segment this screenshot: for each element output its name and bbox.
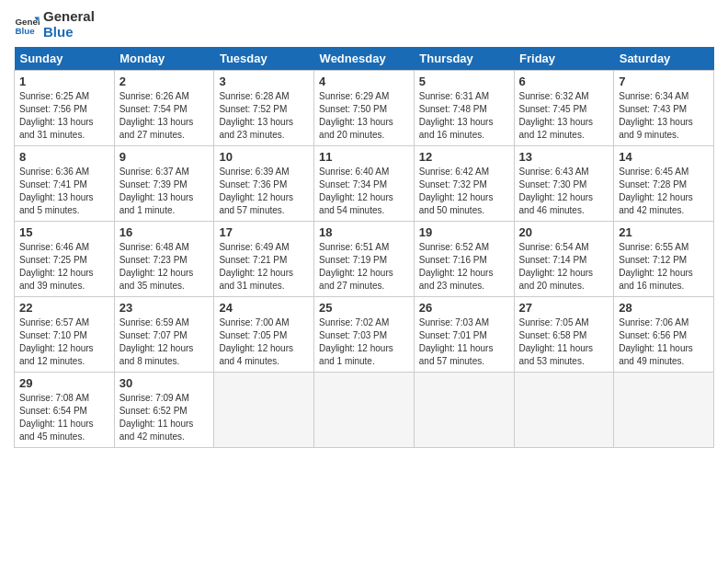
day-info: Sunrise: 7:09 AMSunset: 6:52 PMDaylight:… (119, 392, 210, 443)
calendar-cell: 12Sunrise: 6:42 AMSunset: 7:32 PMDayligh… (414, 146, 514, 222)
calendar-row: 15Sunrise: 6:46 AMSunset: 7:25 PMDayligh… (15, 222, 714, 297)
logo: General Blue General Blue (14, 9, 95, 40)
day-info: Sunrise: 6:34 AMSunset: 7:43 PMDaylight:… (619, 90, 709, 142)
calendar-row: 29Sunrise: 7:08 AMSunset: 6:54 PMDayligh… (15, 373, 714, 448)
calendar-cell (314, 373, 415, 448)
calendar-cell (414, 373, 514, 448)
calendar-cell: 19Sunrise: 6:52 AMSunset: 7:16 PMDayligh… (414, 222, 514, 297)
calendar-cell: 25Sunrise: 7:02 AMSunset: 7:03 PMDayligh… (314, 297, 415, 373)
day-info: Sunrise: 6:32 AMSunset: 7:45 PMDaylight:… (519, 90, 609, 142)
col-saturday: Saturday (614, 47, 714, 71)
calendar-cell: 8Sunrise: 6:36 AMSunset: 7:41 PMDaylight… (15, 146, 115, 222)
calendar-cell: 22Sunrise: 6:57 AMSunset: 7:10 PMDayligh… (15, 297, 115, 373)
calendar-cell: 14Sunrise: 6:45 AMSunset: 7:28 PMDayligh… (614, 146, 714, 222)
day-info: Sunrise: 6:36 AMSunset: 7:41 PMDaylight:… (19, 166, 109, 217)
calendar-row: 1Sunrise: 6:25 AMSunset: 7:56 PMDaylight… (15, 71, 714, 146)
day-info: Sunrise: 6:26 AMSunset: 7:54 PMDaylight:… (119, 90, 210, 142)
calendar-cell: 9Sunrise: 6:37 AMSunset: 7:39 PMDaylight… (114, 146, 214, 222)
calendar-cell: 24Sunrise: 7:00 AMSunset: 7:05 PMDayligh… (214, 297, 314, 373)
day-number: 16 (119, 225, 210, 239)
day-number: 17 (219, 225, 309, 239)
day-number: 4 (319, 75, 409, 88)
day-info: Sunrise: 6:57 AMSunset: 7:10 PMDaylight:… (19, 316, 109, 368)
day-number: 19 (419, 225, 509, 239)
logo-icon: General Blue (14, 12, 40, 38)
calendar-cell: 4Sunrise: 6:29 AMSunset: 7:50 PMDaylight… (314, 71, 415, 146)
day-number: 14 (619, 150, 709, 164)
col-sunday: Sunday (15, 47, 115, 71)
logo-blue: Blue (43, 25, 95, 40)
day-number: 12 (419, 150, 509, 164)
day-number: 29 (19, 376, 109, 390)
col-monday: Monday (114, 47, 214, 71)
calendar-cell: 17Sunrise: 6:49 AMSunset: 7:21 PMDayligh… (214, 222, 314, 297)
header: General Blue General Blue (14, 9, 714, 40)
day-info: Sunrise: 6:55 AMSunset: 7:12 PMDaylight:… (619, 241, 709, 293)
day-number: 28 (619, 301, 709, 315)
day-number: 2 (119, 75, 210, 88)
day-info: Sunrise: 7:02 AMSunset: 7:03 PMDaylight:… (319, 316, 409, 368)
day-info: Sunrise: 6:49 AMSunset: 7:21 PMDaylight:… (219, 241, 309, 293)
day-number: 11 (319, 150, 409, 164)
day-info: Sunrise: 6:48 AMSunset: 7:23 PMDaylight:… (119, 241, 210, 293)
calendar-row: 22Sunrise: 6:57 AMSunset: 7:10 PMDayligh… (15, 297, 714, 373)
day-number: 21 (619, 225, 709, 239)
day-number: 18 (319, 225, 409, 239)
day-info: Sunrise: 7:08 AMSunset: 6:54 PMDaylight:… (19, 392, 109, 443)
calendar-cell (514, 373, 614, 448)
day-info: Sunrise: 6:37 AMSunset: 7:39 PMDaylight:… (119, 166, 210, 217)
calendar-cell: 29Sunrise: 7:08 AMSunset: 6:54 PMDayligh… (15, 373, 115, 448)
calendar-cell (214, 373, 314, 448)
calendar-cell: 6Sunrise: 6:32 AMSunset: 7:45 PMDaylight… (514, 71, 614, 146)
day-info: Sunrise: 7:00 AMSunset: 7:05 PMDaylight:… (219, 316, 309, 368)
day-number: 3 (219, 75, 309, 88)
col-wednesday: Wednesday (314, 47, 415, 71)
day-number: 27 (519, 301, 609, 315)
calendar-table: Sunday Monday Tuesday Wednesday Thursday… (14, 47, 714, 448)
day-info: Sunrise: 7:05 AMSunset: 6:58 PMDaylight:… (519, 316, 609, 368)
day-number: 8 (19, 150, 109, 164)
day-number: 24 (219, 301, 309, 315)
day-number: 7 (619, 75, 709, 88)
calendar-cell: 18Sunrise: 6:51 AMSunset: 7:19 PMDayligh… (314, 222, 415, 297)
day-number: 20 (519, 225, 609, 239)
day-info: Sunrise: 6:45 AMSunset: 7:28 PMDaylight:… (619, 166, 709, 217)
day-number: 25 (319, 301, 409, 315)
day-number: 15 (19, 225, 109, 239)
calendar-cell: 23Sunrise: 6:59 AMSunset: 7:07 PMDayligh… (114, 297, 214, 373)
main-container: General Blue General Blue Sunday Monday … (0, 0, 728, 457)
calendar-cell: 21Sunrise: 6:55 AMSunset: 7:12 PMDayligh… (614, 222, 714, 297)
day-number: 30 (119, 376, 210, 390)
day-number: 10 (219, 150, 309, 164)
logo-general: General (43, 9, 95, 25)
day-info: Sunrise: 6:52 AMSunset: 7:16 PMDaylight:… (419, 241, 509, 293)
calendar-cell: 30Sunrise: 7:09 AMSunset: 6:52 PMDayligh… (114, 373, 214, 448)
calendar-cell: 28Sunrise: 7:06 AMSunset: 6:56 PMDayligh… (614, 297, 714, 373)
day-info: Sunrise: 6:39 AMSunset: 7:36 PMDaylight:… (219, 166, 309, 217)
day-number: 13 (519, 150, 609, 164)
calendar-cell: 15Sunrise: 6:46 AMSunset: 7:25 PMDayligh… (15, 222, 115, 297)
svg-text:Blue: Blue (15, 25, 35, 35)
calendar-cell: 11Sunrise: 6:40 AMSunset: 7:34 PMDayligh… (314, 146, 415, 222)
calendar-cell: 20Sunrise: 6:54 AMSunset: 7:14 PMDayligh… (514, 222, 614, 297)
calendar-cell: 26Sunrise: 7:03 AMSunset: 7:01 PMDayligh… (414, 297, 514, 373)
day-info: Sunrise: 6:31 AMSunset: 7:48 PMDaylight:… (419, 90, 509, 142)
day-info: Sunrise: 6:42 AMSunset: 7:32 PMDaylight:… (419, 166, 509, 217)
day-info: Sunrise: 6:59 AMSunset: 7:07 PMDaylight:… (119, 316, 210, 368)
day-number: 9 (119, 150, 210, 164)
day-info: Sunrise: 6:54 AMSunset: 7:14 PMDaylight:… (519, 241, 609, 293)
day-info: Sunrise: 6:29 AMSunset: 7:50 PMDaylight:… (319, 90, 409, 142)
day-number: 23 (119, 301, 210, 315)
day-info: Sunrise: 6:51 AMSunset: 7:19 PMDaylight:… (319, 241, 409, 293)
calendar-row: 8Sunrise: 6:36 AMSunset: 7:41 PMDaylight… (15, 146, 714, 222)
col-friday: Friday (514, 47, 614, 71)
day-info: Sunrise: 6:46 AMSunset: 7:25 PMDaylight:… (19, 241, 109, 293)
calendar-cell: 13Sunrise: 6:43 AMSunset: 7:30 PMDayligh… (514, 146, 614, 222)
day-info: Sunrise: 6:25 AMSunset: 7:56 PMDaylight:… (19, 90, 109, 142)
day-info: Sunrise: 6:28 AMSunset: 7:52 PMDaylight:… (219, 90, 309, 142)
calendar-cell: 10Sunrise: 6:39 AMSunset: 7:36 PMDayligh… (214, 146, 314, 222)
day-info: Sunrise: 6:40 AMSunset: 7:34 PMDaylight:… (319, 166, 409, 217)
col-thursday: Thursday (414, 47, 514, 71)
calendar-cell: 7Sunrise: 6:34 AMSunset: 7:43 PMDaylight… (614, 71, 714, 146)
day-info: Sunrise: 7:06 AMSunset: 6:56 PMDaylight:… (619, 316, 709, 368)
